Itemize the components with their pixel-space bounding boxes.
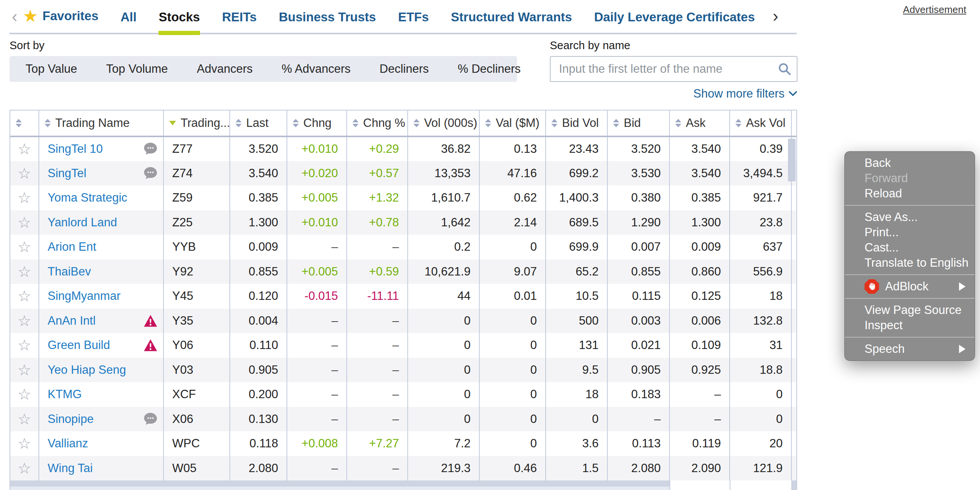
menu-item-back[interactable]: Back [845, 155, 975, 171]
menu-item-save-as[interactable]: Save As... [845, 210, 975, 225]
tab-daily-leverage-certificates[interactable]: Daily Leverage Certificates [594, 1, 755, 34]
tab-structured-warrants[interactable]: Structured Warrants [451, 1, 572, 34]
favorite-star-icon[interactable]: ☆ [18, 386, 31, 403]
column-header-bid[interactable]: Bid [607, 110, 669, 136]
tabs-scroll-right-icon[interactable]: › [770, 8, 781, 24]
stock-name-link[interactable]: KTMG [48, 388, 82, 401]
stock-name-link[interactable]: Vallianz [48, 437, 88, 450]
tab-reits[interactable]: REITs [222, 1, 257, 34]
favorite-star-icon[interactable]: ☆ [18, 239, 31, 255]
cell-val: 0.46 [479, 456, 546, 481]
sort-button-advancers[interactable]: Advancers [197, 62, 253, 76]
show-more-filters-link[interactable]: Show more filters [693, 87, 797, 101]
tab-all[interactable]: All [120, 1, 136, 34]
stock-name-link[interactable]: Yanlord Land [48, 216, 117, 229]
column-header-chng_pct[interactable]: Chng % [347, 110, 408, 136]
menu-item-inspect[interactable]: Inspect [845, 318, 975, 333]
column-header-name[interactable]: Trading Name [39, 110, 163, 136]
stock-name-link[interactable]: SingMyanmar [48, 289, 120, 303]
menu-item-adblock[interactable]: AdBlock [845, 279, 975, 294]
favorite-star-icon[interactable]: ☆ [18, 141, 31, 157]
table-row[interactable]: ☆Yanlord LandZ251.300+0.010+0.781,6422.1… [10, 210, 796, 235]
cell-val: 47.16 [479, 161, 546, 186]
table-row[interactable]: ☆SingMyanmarY450.120-0.015-11.11440.0110… [10, 284, 796, 309]
cell-chng_pct: – [347, 358, 408, 383]
menu-item-translate[interactable]: Translate to English [845, 255, 975, 271]
stock-name-link[interactable]: Sinopipe [48, 412, 94, 426]
table-row[interactable]: ☆SinopipeX060.130––000––0 [10, 407, 796, 432]
horizontal-scrollbar[interactable] [10, 480, 796, 490]
sort-button-top-value[interactable]: Top Value [26, 62, 77, 76]
column-header-ask_vol[interactable]: Ask Vol [730, 110, 791, 136]
column-header-last[interactable]: Last [230, 110, 287, 136]
favorite-star-icon[interactable]: ☆ [18, 288, 31, 304]
column-header-bid_vol[interactable]: Bid Vol [546, 110, 607, 136]
column-header-val[interactable]: Val ($M) [479, 110, 546, 136]
favorite-star-icon[interactable]: ☆ [18, 263, 31, 280]
search-icon[interactable] [778, 62, 791, 76]
table-row[interactable]: ☆Arion EntYYB0.009––0.20699.90.0070.0096… [10, 235, 796, 259]
menu-item-print[interactable]: Print... [845, 225, 975, 240]
cell-last: 0.905 [230, 358, 287, 383]
code-cell: Y03 [163, 358, 230, 383]
tab-favorites[interactable]: ★Favorites [24, 0, 99, 32]
tab-stocks[interactable]: Stocks [159, 1, 200, 34]
favorite-star-icon[interactable]: ☆ [18, 165, 31, 182]
partial-cell [791, 333, 796, 358]
cell-ask_vol: 31 [730, 333, 791, 358]
table-row[interactable]: ☆VallianzWPC0.118+0.008+7.277.203.60.113… [10, 431, 796, 456]
favorite-star-icon[interactable]: ☆ [18, 312, 31, 329]
sort-button-decliners[interactable]: Decliners [380, 62, 429, 76]
tabs-scroll-left-icon[interactable]: ‹ [10, 8, 20, 25]
favorite-star-icon[interactable]: ☆ [18, 337, 31, 354]
favorite-star-icon[interactable]: ☆ [18, 411, 31, 428]
column-header-vol[interactable]: Vol (000s) [408, 110, 479, 136]
column-header-fav[interactable] [10, 110, 39, 136]
stock-name-link[interactable]: AnAn Intl [48, 314, 96, 327]
stock-name-link[interactable]: ThaiBev [48, 265, 91, 278]
table-row[interactable]: ☆Yeo Hiap SengY030.905––009.50.9050.9251… [10, 358, 796, 383]
stock-name-link[interactable]: SingTel 10 [48, 142, 103, 155]
stock-name-link[interactable]: Yeo Hiap Seng [48, 363, 126, 376]
column-header-code[interactable]: Trading... [163, 110, 230, 136]
vertical-scrollbar[interactable] [788, 139, 796, 181]
stock-name-link[interactable]: Yoma Strategic [48, 191, 127, 204]
table-row[interactable]: ☆SingTel 10Z773.520+0.010+0.2936.820.132… [10, 136, 796, 161]
favorite-star-icon[interactable]: ☆ [18, 460, 31, 477]
partial-cell [791, 407, 796, 432]
sort-button--decliners[interactable]: % Decliners [458, 62, 520, 76]
sort-button--advancers[interactable]: % Advancers [282, 62, 351, 76]
cell-chng_pct: +1.32 [347, 186, 408, 210]
menu-item-reload[interactable]: Reload [845, 186, 975, 201]
table-row[interactable]: ☆AnAn IntlY350.004––005000.0030.006132.8 [10, 309, 796, 333]
menu-item-label: AdBlock [885, 280, 929, 293]
stock-name-link[interactable]: Green Build [48, 338, 110, 352]
search-input[interactable] [550, 56, 797, 82]
favorite-star-icon[interactable]: ☆ [18, 362, 31, 378]
advertisement-label: Advertisement [903, 4, 966, 16]
stock-name-link[interactable]: Arion Ent [48, 240, 96, 253]
menu-item-speech[interactable]: Speech [845, 341, 975, 357]
category-tabs: ‹ ★FavoritesAllStocksREITsBusiness Trust… [10, 0, 797, 34]
cell-vol: 1,610.7 [408, 186, 479, 210]
menu-item-view-page-source[interactable]: View Page Source [845, 303, 975, 318]
favorite-star-icon[interactable]: ☆ [18, 214, 31, 231]
table-row[interactable]: ☆SingTelZ743.540+0.020+0.5713,35347.1669… [10, 161, 796, 186]
stock-name-link[interactable]: SingTel [48, 167, 86, 180]
menu-item-cast[interactable]: Cast... [845, 240, 975, 255]
table-row[interactable]: ☆KTMGXCF0.200––00180.183–0 [10, 382, 796, 407]
column-header-ask[interactable]: Ask [669, 110, 730, 136]
favorite-star-icon[interactable]: ☆ [18, 435, 31, 452]
table-header-row: Trading NameTrading...LastChngChng %Vol … [10, 110, 796, 136]
cell-last: 1.300 [230, 210, 287, 235]
favorite-star-icon[interactable]: ☆ [18, 189, 31, 206]
table-row[interactable]: ☆Yoma StrategicZ590.385+0.005+1.321,610.… [10, 186, 796, 210]
table-row[interactable]: ☆Wing TaiW052.080––219.30.461.52.0802.09… [10, 456, 796, 481]
tab-etfs[interactable]: ETFs [398, 1, 429, 34]
stock-name-link[interactable]: Wing Tai [48, 461, 93, 475]
tab-business-trusts[interactable]: Business Trusts [279, 1, 376, 34]
table-row[interactable]: ☆Green BuildY060.110––001310.0210.10931 [10, 333, 796, 358]
sort-button-top-volume[interactable]: Top Volume [106, 62, 168, 76]
column-header-chng[interactable]: Chng [287, 110, 347, 136]
table-row[interactable]: ☆ThaiBevY920.855+0.005+0.5910,621.99.076… [10, 259, 796, 284]
